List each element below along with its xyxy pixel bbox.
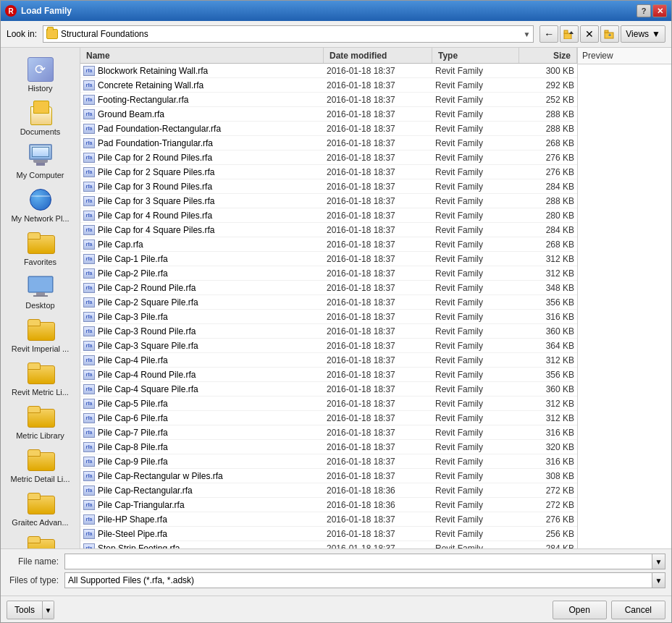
table-row[interactable]: rfa Pad Foundation-Rectangular.rfa 2016-… xyxy=(80,122,577,136)
cancel-button[interactable]: Cancel xyxy=(611,601,665,619)
tools-dropdown-icon[interactable]: ▼ xyxy=(43,601,54,619)
file-type-cell: Revit Family xyxy=(432,211,519,221)
table-row[interactable]: rfa Pile Cap-Triangular.rfa 2016-01-18 1… xyxy=(80,498,577,512)
files-of-type-dropdown-icon[interactable]: ▼ xyxy=(652,572,665,588)
table-row[interactable]: rfa Pile Cap for 2 Square Piles.rfa 2016… xyxy=(80,165,577,179)
sidebar-item-metric-library2[interactable]: Metric Library xyxy=(4,531,77,548)
my-network-icon xyxy=(26,187,55,213)
sidebar-item-revit-imperial[interactable]: Revit Imperial ... xyxy=(4,314,77,356)
file-list[interactable]: rfa Blockwork Retaining Wall.rfa 2016-01… xyxy=(80,64,577,548)
tools-main-button[interactable]: Tools xyxy=(7,601,43,619)
file-type-icon: rfa xyxy=(83,529,95,539)
file-size-cell: 316 KB xyxy=(519,428,577,438)
files-of-type-combo[interactable]: All Supported Files (*.rfa, *.adsk) xyxy=(64,572,652,588)
col-header-name[interactable]: Name xyxy=(80,48,324,63)
table-row[interactable]: rfa Pad Foundation-Triangular.rfa 2016-0… xyxy=(80,136,577,151)
file-size-cell: 276 KB xyxy=(519,153,577,163)
table-row[interactable]: rfa Pile Cap-3 Pile.rfa 2016-01-18 18:37… xyxy=(80,310,577,324)
file-name-cell: rfa Concrete Retaining Wall.rfa xyxy=(80,80,324,90)
sidebar-item-revit-metric[interactable]: Revit Metric Li... xyxy=(4,357,77,399)
table-row[interactable]: rfa Pile Cap for 3 Round Piles.rfa 2016-… xyxy=(80,179,577,194)
file-list-header: Name Date modified Type Size xyxy=(80,48,577,64)
file-name-dropdown-icon[interactable]: ▼ xyxy=(652,554,665,569)
bottom-area: File name: ▼ Files of type: All Supporte… xyxy=(1,548,671,596)
close-button[interactable]: ✕ xyxy=(652,4,667,17)
table-row[interactable]: rfa Pile-HP Shape.rfa 2016-01-18 18:37 R… xyxy=(80,512,577,527)
table-row[interactable]: rfa Concrete Retaining Wall.rfa 2016-01-… xyxy=(80,78,577,93)
sidebar-item-my-network-label: My Network Pl... xyxy=(11,214,69,223)
up-folder-button[interactable] xyxy=(560,25,579,43)
table-row[interactable]: rfa Pile Cap.rfa 2016-01-18 18:37 Revit … xyxy=(80,237,577,252)
table-row[interactable]: rfa Pile Cap-4 Pile.rfa 2016-01-18 18:37… xyxy=(80,353,577,368)
file-date-cell: 2016-01-18 18:37 xyxy=(324,182,432,192)
table-row[interactable]: rfa Pile Cap-2 Pile.rfa 2016-01-18 18:37… xyxy=(80,266,577,281)
file-type-icon: rfa xyxy=(83,514,95,525)
back-button[interactable]: ← xyxy=(539,25,558,43)
delete-button[interactable]: ✕ xyxy=(580,25,599,43)
table-row[interactable]: rfa Pile Cap for 4 Round Piles.rfa 2016-… xyxy=(80,208,577,223)
file-name-cell: rfa Pile Cap.rfa xyxy=(80,240,324,250)
table-row[interactable]: rfa Blockwork Retaining Wall.rfa 2016-01… xyxy=(80,64,577,78)
new-folder-button[interactable]: + xyxy=(600,25,619,43)
table-row[interactable]: rfa Pile-Steel Pipe.rfa 2016-01-18 18:37… xyxy=(80,527,577,541)
file-size-cell: 312 KB xyxy=(519,254,577,264)
table-row[interactable]: rfa Pile Cap-5 Pile.rfa 2016-01-18 18:37… xyxy=(80,397,577,411)
file-date-cell: 2016-01-18 18:37 xyxy=(324,268,432,279)
table-row[interactable]: rfa Pile Cap-2 Round Pile.rfa 2016-01-18… xyxy=(80,281,577,295)
table-row[interactable]: rfa Pile Cap-3 Round Pile.rfa 2016-01-18… xyxy=(80,324,577,339)
table-row[interactable]: rfa Pile Cap-4 Round Pile.rfa 2016-01-18… xyxy=(80,368,577,382)
metric-library2-icon xyxy=(26,534,55,548)
table-row[interactable]: rfa Pile Cap-3 Square Pile.rfa 2016-01-1… xyxy=(80,339,577,353)
file-name-cell: rfa Pile Cap-4 Square Pile.rfa xyxy=(80,384,324,394)
table-row[interactable]: rfa Pile Cap-4 Square Pile.rfa 2016-01-1… xyxy=(80,382,577,397)
sidebar-item-history[interactable]: History xyxy=(4,54,77,96)
col-header-size[interactable]: Size xyxy=(519,48,577,63)
file-name-cell: rfa Pile Cap-4 Round Pile.rfa xyxy=(80,370,324,380)
col-header-date[interactable]: Date modified xyxy=(324,48,432,63)
table-row[interactable]: rfa Pile Cap for 2 Round Piles.rfa 2016-… xyxy=(80,151,577,165)
table-row[interactable]: rfa Footing-Rectangular.rfa 2016-01-18 1… xyxy=(80,93,577,107)
file-type-icon: rfa xyxy=(83,341,95,351)
file-type-cell: Revit Family xyxy=(432,529,519,539)
table-row[interactable]: rfa Pile Cap-Rectangular.rfa 2016-01-18 … xyxy=(80,483,577,498)
file-type-icon: rfa xyxy=(83,326,95,336)
file-type-icon: rfa xyxy=(83,225,95,235)
table-row[interactable]: rfa Pile Cap-1 Pile.rfa 2016-01-18 18:37… xyxy=(80,252,577,266)
table-row[interactable]: rfa Pile Cap-2 Square Pile.rfa 2016-01-1… xyxy=(80,295,577,310)
sidebar-item-documents-label: Documents xyxy=(20,127,61,136)
col-header-type[interactable]: Type xyxy=(432,48,519,63)
svg-text:+: + xyxy=(608,33,611,38)
table-row[interactable]: rfa Pile Cap-8 Pile.rfa 2016-01-18 18:37… xyxy=(80,440,577,454)
file-name-cell: rfa Pile Cap-4 Pile.rfa xyxy=(80,355,324,365)
sidebar-item-my-network[interactable]: My Network Pl... xyxy=(4,184,77,226)
views-button[interactable]: Views ▼ xyxy=(621,25,665,43)
sidebar-item-graitec[interactable]: Graitec Advan... xyxy=(4,488,77,530)
file-name-cell: rfa Pile Cap for 3 Square Piles.rfa xyxy=(80,196,324,206)
revit-metric-icon xyxy=(26,360,55,386)
app-icon: R xyxy=(5,5,17,17)
table-row[interactable]: rfa Step Strip Footing.rfa 2016-01-18 18… xyxy=(80,541,577,548)
table-row[interactable]: rfa Pile Cap for 3 Square Piles.rfa 2016… xyxy=(80,194,577,208)
file-name-cell: rfa Pile Cap-2 Square Pile.rfa xyxy=(80,297,324,308)
table-row[interactable]: rfa Ground Beam.rfa 2016-01-18 18:37 Rev… xyxy=(80,107,577,122)
table-row[interactable]: rfa Pile Cap for 4 Square Piles.rfa 2016… xyxy=(80,223,577,237)
help-button[interactable]: ? xyxy=(637,4,651,17)
sidebar-item-my-computer[interactable]: My Computer xyxy=(4,140,77,182)
sidebar-item-favorites[interactable]: Favorites xyxy=(4,227,77,269)
file-name-cell: rfa Pile Cap for 2 Round Piles.rfa xyxy=(80,153,324,163)
table-row[interactable]: rfa Pile Cap-6 Pile.rfa 2016-01-18 18:37… xyxy=(80,411,577,425)
open-button[interactable]: Open xyxy=(553,601,607,619)
table-row[interactable]: rfa Pile Cap-7 Pile.rfa 2016-01-18 18:37… xyxy=(80,425,577,440)
sidebar-item-metric-library[interactable]: Metric Library xyxy=(4,401,77,443)
table-row[interactable]: rfa Pile Cap-9 Pile.rfa 2016-01-18 18:37… xyxy=(80,454,577,469)
file-name-cell: rfa Pile Cap-9 Pile.rfa xyxy=(80,457,324,467)
sidebar-item-documents[interactable]: Documents xyxy=(4,97,77,139)
file-name-cell: rfa Blockwork Retaining Wall.rfa xyxy=(80,66,324,76)
look-in-combo[interactable]: Structural Foundations ▼ xyxy=(43,25,534,43)
sidebar: History Documents xyxy=(1,48,80,548)
file-name-input[interactable] xyxy=(64,554,652,569)
sidebar-item-desktop[interactable]: Desktop xyxy=(4,271,77,313)
favorites-icon xyxy=(26,230,55,256)
sidebar-item-metric-detail[interactable]: Metric Detail Li... xyxy=(4,444,77,486)
table-row[interactable]: rfa Pile Cap-Rectangular w Piles.rfa 201… xyxy=(80,469,577,483)
